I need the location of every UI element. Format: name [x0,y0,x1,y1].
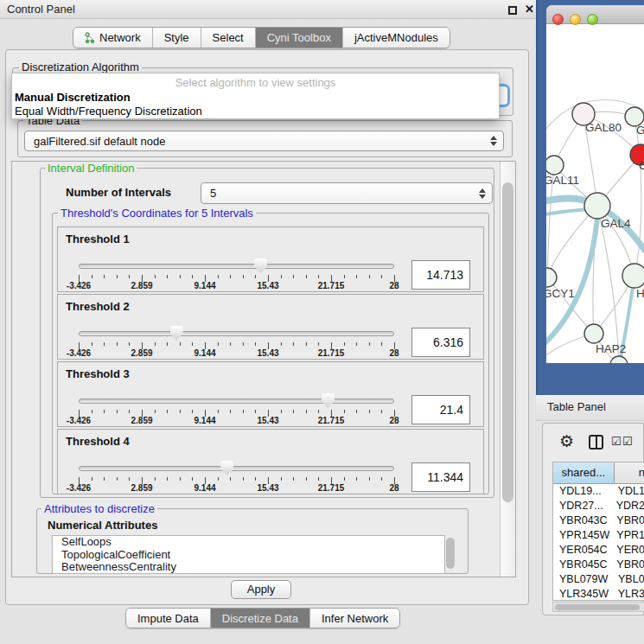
table-row[interactable]: YBR043CYBR0 [553,513,644,528]
cell-shared-name[interactable]: YPR145W [553,528,613,543]
tab-style[interactable]: Style [153,28,201,48]
table-row[interactable]: YER054CYER0 [553,543,644,558]
tick-mark [180,275,181,278]
threshold-slider[interactable]: -3.4262.8599.14415.4321.71528 [79,393,394,426]
cell-name[interactable]: YBR0 [613,558,644,572]
column-header-shared-name[interactable]: shared... [553,462,615,483]
horizontal-scrollbar[interactable] [552,602,644,612]
control-panel-title: Control Panel [7,3,75,16]
apply-button[interactable]: Apply [231,580,291,599]
cell-name[interactable]: YPR1 [613,528,644,543]
algorithm-option-equal-width[interactable]: Equal Width/Frequency Discretization [15,105,202,118]
tab-discretize-data[interactable]: Discretize Data [211,609,310,628]
cell-name[interactable]: YDL1 [615,484,644,499]
slider-track[interactable] [79,466,394,471]
cell-shared-name[interactable]: YLR345W [553,587,615,601]
network-window-titlebar[interactable] [546,5,644,24]
tick-mark [281,275,282,278]
float-window-icon[interactable] [508,6,517,15]
threshold-slider[interactable]: -3.4262.8599.14415.4321.71528 [79,258,394,291]
cell-name[interactable]: YBR0 [613,513,644,528]
tab-cyni-toolbox[interactable]: Cyni Toolbox [256,28,343,48]
tick-mark [369,275,370,278]
cell-name[interactable]: YLR3 [615,587,644,601]
attributes-scrollbar-thumb[interactable] [446,538,455,569]
table-row[interactable]: YLR345WYLR3 [553,587,644,601]
slider-thumb[interactable] [220,461,233,475]
tick-mark [117,342,118,346]
cell-name[interactable]: YDR2 [613,499,644,513]
network-node[interactable] [622,264,644,288]
tab-jactivemnodules[interactable]: jActiveMNodules [343,28,450,48]
cell-shared-name[interactable]: YBL079W [553,572,615,587]
attribute-list-item[interactable]: SelfLoops [53,536,444,549]
close-traffic-light-icon[interactable] [552,14,564,25]
cell-shared-name[interactable]: YER054C [553,543,613,558]
table-data-combobox[interactable]: galFiltered.sif default node [24,131,504,151]
algorithm-option-manual[interactable]: Manual Discretization [15,91,131,104]
slider-thumb[interactable] [170,326,183,341]
top-tab-bar: Network Style Select Cyni Toolbox jActiv… [73,27,450,48]
attribute-list-item[interactable]: TopologicalCoefficient [53,549,444,562]
cell-shared-name[interactable]: YDL19... [553,484,615,499]
tick-mark [129,342,130,346]
network-node-label: GAL80 [585,121,622,134]
network-node[interactable] [584,324,603,343]
threshold-slider[interactable]: -3.4262.8599.14415.4321.71528 [79,326,394,359]
table-row[interactable]: YDR27...YDR2 [553,499,644,513]
threshold-axis: -3.4262.8599.14415.4321.71528 [79,483,394,494]
cell-name[interactable]: YER0 [613,543,644,558]
slider-track[interactable] [79,331,394,336]
tick-mark [92,410,92,413]
horizontal-scrollbar-thumb[interactable] [555,604,640,610]
threshold-value-field[interactable]: 21.4 [411,395,470,424]
threshold-value-field[interactable]: 14.713 [411,260,470,290]
threshold-slider[interactable]: -3.4262.8599.14415.4321.71528 [79,461,394,494]
tick-mark [104,410,105,413]
attribute-list-item[interactable]: BetweennessCentrality [53,561,444,574]
network-window: GAL80GCGAL11GAL4GCY1HHAP2 [546,5,644,363]
vertical-scrollbar[interactable] [500,162,515,577]
cell-shared-name[interactable]: YBR045C [553,558,613,572]
tick-mark [167,410,168,413]
tab-select[interactable]: Select [201,28,256,48]
cell-shared-name[interactable]: YDR27... [553,499,613,513]
table-row[interactable]: YPR145WYPR1 [553,528,644,543]
tick-mark [167,342,168,346]
column-header-name[interactable]: n [615,462,644,483]
tick-mark [306,342,307,346]
cell-name[interactable]: YBL0 [615,572,644,587]
zoom-traffic-light-icon[interactable] [587,14,598,25]
tab-impute-data[interactable]: Impute Data [126,609,211,628]
numerical-attributes-list[interactable]: SelfLoopsTopologicalCoefficientBetweenne… [52,535,445,574]
table-panel-titlebar: Table Panel [536,395,644,421]
tab-infer-network[interactable]: Infer Network [310,609,399,628]
network-canvas[interactable]: GAL80GCGAL11GAL4GCY1HHAP2 [546,25,644,363]
threshold-value-field[interactable]: 11.344 [411,462,470,492]
close-icon[interactable]: ✕ [525,3,534,16]
cell-shared-name[interactable]: YBR043C [553,513,613,528]
tick-mark [255,275,256,278]
number-of-intervals-combobox[interactable]: 5 [201,182,493,204]
table-row[interactable]: YDL19...YDL1 [553,484,644,499]
network-node[interactable] [584,193,610,219]
table-row[interactable]: YBR045CYBR0 [553,558,644,572]
slider-thumb[interactable] [322,393,335,408]
tick-mark [129,410,130,413]
tab-network[interactable]: Network [73,28,153,48]
network-node[interactable] [546,268,557,287]
gear-icon[interactable]: ⚙ [559,431,574,451]
vertical-scrollbar-thumb[interactable] [502,182,513,502]
network-node[interactable] [610,356,628,363]
axis-tick-label: -3.426 [67,483,91,493]
column-browse-icon[interactable] [589,435,603,450]
slider-thumb[interactable] [254,258,267,273]
table-row[interactable]: YBL079WYBL0 [553,572,644,587]
checkbox-icon[interactable]: ☑ [622,435,633,448]
network-node[interactable] [546,156,564,175]
slider-track[interactable] [79,264,394,269]
minimize-traffic-light-icon[interactable] [570,14,581,25]
threshold-value-field[interactable]: 6.316 [411,328,470,357]
slider-track[interactable] [79,399,394,404]
checkbox-icon[interactable]: ☑ [611,435,622,448]
